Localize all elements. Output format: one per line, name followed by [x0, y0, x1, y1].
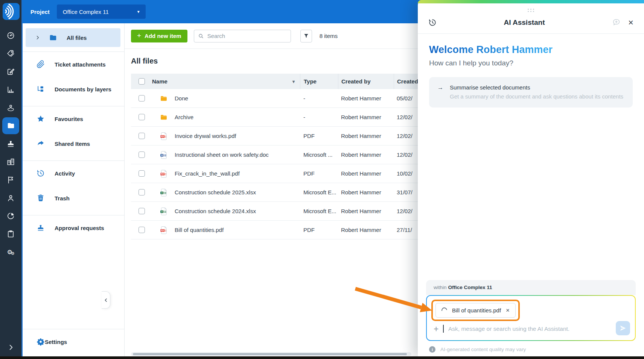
sidebar-item-all-files[interactable]: All files [26, 28, 120, 47]
svg-text:W: W [161, 154, 163, 156]
file-created-by: Robert Hammer [338, 133, 394, 139]
chevron-right-icon [7, 344, 15, 351]
rail-item-pie-chart[interactable] [0, 207, 21, 225]
history-icon[interactable] [428, 18, 437, 27]
sidebar-collapse-button[interactable] [102, 291, 110, 309]
row-checkbox[interactable] [139, 95, 145, 101]
table-row-invoice-drywal-works-pdf[interactable]: PDFInvoice drywal works.pdfPDFRobert Ham… [131, 127, 418, 145]
paperclip-icon [37, 60, 45, 68]
file-name: Instructional sheet on work safety.doc [175, 151, 269, 158]
horizontal-scrollbar [131, 352, 411, 356]
welcome-subtitle: How can I help you today? [429, 59, 633, 67]
doc-pdf-icon: PDF [160, 170, 167, 178]
doc-excel-icon: X [160, 207, 167, 215]
column-header-type[interactable]: Type [300, 74, 338, 89]
file-created-by: Robert Hammer [338, 151, 394, 158]
table-row-done[interactable]: Done-Robert Hammer05/02/ [131, 89, 418, 108]
rail-item-buildings[interactable] [0, 153, 21, 171]
window-bottom-edge [0, 356, 644, 359]
attach-plus-icon[interactable]: + [434, 325, 438, 333]
stamp-icon [6, 139, 15, 148]
row-checkbox[interactable] [139, 170, 145, 177]
row-checkbox[interactable] [139, 151, 145, 158]
sidebar-item-documents-by-layers[interactable]: Documents by layers [23, 77, 124, 101]
file-name: Done [175, 95, 188, 101]
send-button[interactable] [616, 321, 630, 335]
add-new-item-button[interactable]: + Add new item [131, 30, 187, 42]
column-header-created-on[interactable]: Created o [394, 74, 418, 89]
folder-file-icon [160, 94, 167, 103]
sidebar-item-ticket-attachments[interactable]: Ticket attachments [23, 52, 124, 77]
sidebar-item-shared-items[interactable]: Shared Items [23, 131, 124, 156]
sidebar-item-settings[interactable]: Settings [23, 329, 124, 354]
rail-item-clipboard[interactable] [0, 225, 21, 243]
table-row-construction-schedule-2025-xlsx[interactable]: XConstruction schedule 2025.xlsxMicrosof… [131, 183, 418, 202]
items-count: 8 items [320, 33, 338, 39]
rail-item-stamp[interactable] [0, 135, 21, 153]
svg-text:PDF: PDF [161, 229, 164, 231]
row-checkbox[interactable] [139, 208, 145, 214]
row-checkbox[interactable] [139, 114, 145, 120]
svg-text:X: X [161, 191, 163, 194]
folder-icon [49, 33, 57, 42]
sort-caret-icon: ▾ [292, 79, 300, 84]
rail-item-flag[interactable] [0, 171, 21, 189]
file-type: PDF [300, 227, 338, 233]
sidebar-item-label: Settings [45, 339, 67, 345]
row-checkbox[interactable] [139, 227, 145, 233]
rail-item-folder[interactable] [0, 117, 21, 135]
new-chat-icon[interactable] [612, 18, 621, 27]
app-logo[interactable] [3, 3, 20, 20]
table-header: Name ▾ Type Created by Created o [131, 74, 418, 89]
sidebar-item-favourites[interactable]: Favourites [23, 106, 124, 131]
star-icon [37, 115, 45, 123]
suggestion-card[interactable]: → Summarise selected documents Get a sum… [429, 77, 633, 108]
expand-chevron-icon[interactable] [35, 35, 40, 40]
table-row-construction-schedule-2024-xlsx[interactable]: XConstruction schedule 2024.xlsxMicrosof… [131, 202, 418, 221]
table-row-instructional-sheet-on-work-safety-doc[interactable]: WInstructional sheet on work safety.docM… [131, 145, 418, 164]
rail-item-person-pin[interactable] [0, 98, 21, 117]
info-icon [429, 346, 435, 353]
trash-icon [37, 194, 45, 202]
rail-item-person[interactable] [0, 189, 21, 207]
table-row-fix-crack-in-the-wall-pdf[interactable]: PDFFix_crack_in_the_wall.pdfPDFRobert Ha… [131, 164, 418, 183]
bar-chart-icon [6, 85, 15, 94]
close-icon[interactable]: × [628, 19, 633, 26]
column-header-name[interactable]: Name ▾ [152, 74, 300, 89]
sidebar-item-trash[interactable]: Trash [23, 186, 124, 211]
sidebar-groups: All filesTicket attachmentsDocuments by … [23, 23, 124, 240]
clipboard-icon [6, 230, 15, 238]
remove-attachment-icon[interactable]: × [506, 308, 510, 313]
rail-item-gauge[interactable] [0, 26, 21, 44]
assistant-title: AI Assistant [437, 18, 612, 27]
file-created-by: Robert Hammer [338, 208, 394, 214]
file-created-by: Robert Hammer [338, 95, 394, 101]
folder-file-icon [160, 113, 167, 121]
sidebar-item-approval-requests[interactable]: Approval requests [23, 215, 124, 240]
project-selector[interactable]: Office Complex 11 ▾ [57, 5, 146, 19]
table-row-archive[interactable]: Archive-Robert Hammer12/02/ [131, 108, 418, 127]
filter-button[interactable] [300, 30, 312, 42]
assistant-input-area: withinOffice Complex 11 Bill of quantiti… [418, 280, 644, 341]
row-checkbox[interactable] [139, 133, 145, 139]
pie-chart-icon [6, 212, 15, 220]
attachment-chip[interactable]: Bill of quantities.pdf × [435, 303, 516, 318]
select-all-checkbox[interactable] [139, 78, 145, 85]
doc-word-icon: W [160, 151, 167, 159]
left-rail: ⚙⚙ [0, 0, 23, 356]
context-scope-value: Office Complex 11 [448, 285, 492, 290]
scrollbar-thumb[interactable] [133, 353, 407, 355]
table-row-bill-of-quantities-pdf[interactable]: PDFBill of quantities.pdfPDFRobert Hamme… [131, 221, 418, 239]
rail-expand-button[interactable] [0, 344, 21, 351]
rail-item-bar-chart[interactable] [0, 80, 21, 98]
column-header-created-by[interactable]: Created by [338, 74, 394, 89]
rail-item-tags[interactable] [0, 44, 21, 62]
search-input[interactable] [207, 33, 287, 39]
assistant-message-input[interactable] [448, 326, 630, 332]
row-checkbox[interactable] [139, 189, 145, 195]
rail-item-edit-note[interactable] [0, 62, 21, 80]
rail-item-gears[interactable]: ⚙⚙ [0, 243, 21, 261]
sidebar-item-activity[interactable]: Activity [23, 161, 124, 186]
file-created-by: Robert Hammer [338, 114, 394, 120]
drag-handle-icon[interactable] [528, 9, 534, 12]
